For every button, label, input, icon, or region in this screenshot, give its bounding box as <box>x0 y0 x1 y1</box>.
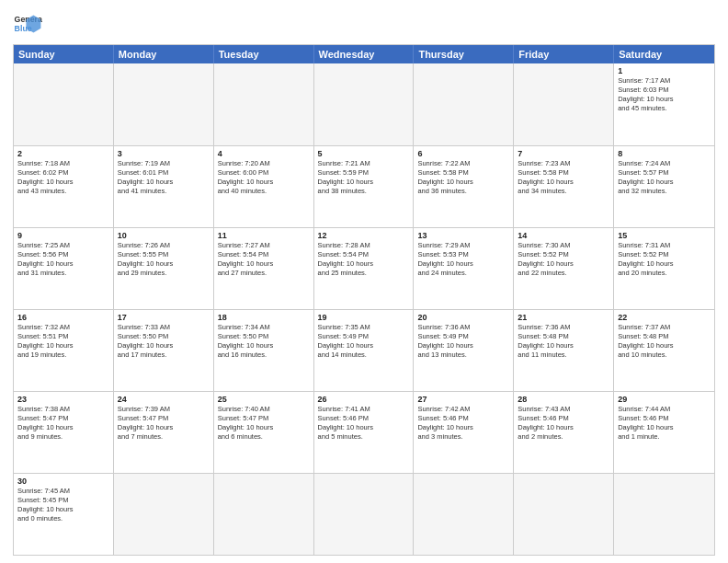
calendar-cell: 26Sunrise: 7:41 AM Sunset: 5:46 PM Dayli… <box>314 392 415 473</box>
day-number: 8 <box>618 149 711 158</box>
header: General Blue <box>13 9 715 39</box>
calendar-cell: 28Sunrise: 7:43 AM Sunset: 5:46 PM Dayli… <box>514 392 614 473</box>
calendar-body: 1Sunrise: 7:17 AM Sunset: 6:03 PM Daylig… <box>14 63 714 555</box>
calendar-cell: 8Sunrise: 7:24 AM Sunset: 5:57 PM Daylig… <box>614 146 714 227</box>
calendar-cell: 23Sunrise: 7:38 AM Sunset: 5:47 PM Dayli… <box>14 392 114 473</box>
calendar-cell <box>214 63 314 145</box>
logo-icon: General Blue <box>13 9 42 39</box>
day-number: 4 <box>218 149 310 158</box>
day-info: Sunrise: 7:27 AM Sunset: 5:54 PM Dayligh… <box>218 241 310 279</box>
day-info: Sunrise: 7:19 AM Sunset: 6:01 PM Dayligh… <box>118 159 210 197</box>
day-info: Sunrise: 7:38 AM Sunset: 5:47 PM Dayligh… <box>17 405 109 442</box>
calendar-cell: 4Sunrise: 7:20 AM Sunset: 6:00 PM Daylig… <box>214 146 314 227</box>
calendar-row: 1Sunrise: 7:17 AM Sunset: 6:03 PM Daylig… <box>14 63 714 145</box>
calendar-cell: 2Sunrise: 7:18 AM Sunset: 6:02 PM Daylig… <box>14 146 114 227</box>
day-info: Sunrise: 7:43 AM Sunset: 5:46 PM Dayligh… <box>518 405 609 442</box>
calendar-cell: 16Sunrise: 7:32 AM Sunset: 5:51 PM Dayli… <box>14 310 114 391</box>
calendar-cell: 30Sunrise: 7:45 AM Sunset: 5:45 PM Dayli… <box>14 474 114 555</box>
day-number: 28 <box>518 395 609 404</box>
calendar-cell: 11Sunrise: 7:27 AM Sunset: 5:54 PM Dayli… <box>214 228 314 309</box>
day-info: Sunrise: 7:18 AM Sunset: 6:02 PM Dayligh… <box>17 159 109 197</box>
day-number: 9 <box>17 231 109 240</box>
day-info: Sunrise: 7:28 AM Sunset: 5:54 PM Dayligh… <box>318 241 410 279</box>
calendar-header: SundayMondayTuesdayWednesdayThursdayFrid… <box>14 45 714 63</box>
calendar-cell: 13Sunrise: 7:29 AM Sunset: 5:53 PM Dayli… <box>414 228 514 309</box>
calendar-cell: 15Sunrise: 7:31 AM Sunset: 5:52 PM Dayli… <box>614 228 714 309</box>
calendar-cell: 6Sunrise: 7:22 AM Sunset: 5:58 PM Daylig… <box>414 146 514 227</box>
calendar-cell <box>414 63 514 145</box>
calendar-cell: 19Sunrise: 7:35 AM Sunset: 5:49 PM Dayli… <box>314 310 415 391</box>
calendar-cell <box>114 63 214 145</box>
day-number: 11 <box>218 231 310 240</box>
day-number: 27 <box>417 395 509 404</box>
day-number: 29 <box>618 395 711 404</box>
weekday-header: Monday <box>114 45 214 63</box>
day-number: 5 <box>318 149 410 158</box>
weekday-header: Tuesday <box>214 45 314 63</box>
calendar: SundayMondayTuesdayWednesdayThursdayFrid… <box>13 44 715 556</box>
calendar-cell <box>414 474 514 555</box>
calendar-cell: 17Sunrise: 7:33 AM Sunset: 5:50 PM Dayli… <box>114 310 214 391</box>
day-info: Sunrise: 7:20 AM Sunset: 6:00 PM Dayligh… <box>218 159 310 197</box>
calendar-cell: 7Sunrise: 7:23 AM Sunset: 5:58 PM Daylig… <box>514 146 614 227</box>
day-number: 1 <box>618 66 711 75</box>
calendar-cell: 5Sunrise: 7:21 AM Sunset: 5:59 PM Daylig… <box>314 146 415 227</box>
calendar-cell: 22Sunrise: 7:37 AM Sunset: 5:48 PM Dayli… <box>614 310 714 391</box>
day-info: Sunrise: 7:26 AM Sunset: 5:55 PM Dayligh… <box>118 241 210 279</box>
calendar-cell: 1Sunrise: 7:17 AM Sunset: 6:03 PM Daylig… <box>614 63 714 145</box>
day-info: Sunrise: 7:40 AM Sunset: 5:47 PM Dayligh… <box>218 405 310 442</box>
day-number: 17 <box>118 313 210 322</box>
day-info: Sunrise: 7:41 AM Sunset: 5:46 PM Dayligh… <box>318 405 410 442</box>
day-number: 3 <box>118 149 210 158</box>
day-info: Sunrise: 7:17 AM Sunset: 6:03 PM Dayligh… <box>618 76 711 114</box>
day-info: Sunrise: 7:32 AM Sunset: 5:51 PM Dayligh… <box>17 323 109 361</box>
day-number: 7 <box>518 149 609 158</box>
calendar-row: 2Sunrise: 7:18 AM Sunset: 6:02 PM Daylig… <box>14 145 714 227</box>
calendar-cell: 18Sunrise: 7:34 AM Sunset: 5:50 PM Dayli… <box>214 310 314 391</box>
calendar-cell: 9Sunrise: 7:25 AM Sunset: 5:56 PM Daylig… <box>14 228 114 309</box>
day-info: Sunrise: 7:24 AM Sunset: 5:57 PM Dayligh… <box>618 159 711 197</box>
weekday-header: Saturday <box>614 45 714 63</box>
day-number: 10 <box>118 231 210 240</box>
day-info: Sunrise: 7:39 AM Sunset: 5:47 PM Dayligh… <box>118 405 210 442</box>
weekday-header: Thursday <box>414 45 514 63</box>
calendar-cell: 21Sunrise: 7:36 AM Sunset: 5:48 PM Dayli… <box>514 310 614 391</box>
calendar-row: 30Sunrise: 7:45 AM Sunset: 5:45 PM Dayli… <box>14 473 714 555</box>
day-number: 26 <box>318 395 410 404</box>
day-number: 6 <box>417 149 509 158</box>
day-info: Sunrise: 7:44 AM Sunset: 5:46 PM Dayligh… <box>618 405 711 442</box>
calendar-cell <box>514 63 614 145</box>
day-info: Sunrise: 7:42 AM Sunset: 5:46 PM Dayligh… <box>417 405 509 442</box>
day-info: Sunrise: 7:23 AM Sunset: 5:58 PM Dayligh… <box>518 159 609 197</box>
day-info: Sunrise: 7:36 AM Sunset: 5:48 PM Dayligh… <box>518 323 609 361</box>
calendar-cell <box>214 474 314 555</box>
calendar-cell <box>114 474 214 555</box>
calendar-cell <box>514 474 614 555</box>
day-info: Sunrise: 7:45 AM Sunset: 5:45 PM Dayligh… <box>17 487 109 524</box>
calendar-cell <box>14 63 114 145</box>
day-number: 25 <box>218 395 310 404</box>
day-info: Sunrise: 7:35 AM Sunset: 5:49 PM Dayligh… <box>318 323 410 361</box>
day-number: 13 <box>417 231 509 240</box>
page: General Blue SundayMondayTuesdayWednesda… <box>0 0 728 563</box>
calendar-cell: 3Sunrise: 7:19 AM Sunset: 6:01 PM Daylig… <box>114 146 214 227</box>
weekday-header: Wednesday <box>314 45 415 63</box>
day-info: Sunrise: 7:33 AM Sunset: 5:50 PM Dayligh… <box>118 323 210 361</box>
calendar-row: 16Sunrise: 7:32 AM Sunset: 5:51 PM Dayli… <box>14 309 714 391</box>
day-number: 19 <box>318 313 410 322</box>
day-number: 12 <box>318 231 410 240</box>
calendar-cell: 14Sunrise: 7:30 AM Sunset: 5:52 PM Dayli… <box>514 228 614 309</box>
calendar-cell: 24Sunrise: 7:39 AM Sunset: 5:47 PM Dayli… <box>114 392 214 473</box>
calendar-cell: 25Sunrise: 7:40 AM Sunset: 5:47 PM Dayli… <box>214 392 314 473</box>
calendar-cell <box>314 63 415 145</box>
day-info: Sunrise: 7:25 AM Sunset: 5:56 PM Dayligh… <box>17 241 109 279</box>
day-number: 24 <box>118 395 210 404</box>
calendar-row: 23Sunrise: 7:38 AM Sunset: 5:47 PM Dayli… <box>14 391 714 473</box>
day-number: 14 <box>518 231 609 240</box>
calendar-cell <box>314 474 415 555</box>
day-info: Sunrise: 7:30 AM Sunset: 5:52 PM Dayligh… <box>518 241 609 279</box>
day-info: Sunrise: 7:21 AM Sunset: 5:59 PM Dayligh… <box>318 159 410 197</box>
day-info: Sunrise: 7:29 AM Sunset: 5:53 PM Dayligh… <box>417 241 509 279</box>
day-number: 21 <box>518 313 609 322</box>
day-info: Sunrise: 7:36 AM Sunset: 5:49 PM Dayligh… <box>417 323 509 361</box>
